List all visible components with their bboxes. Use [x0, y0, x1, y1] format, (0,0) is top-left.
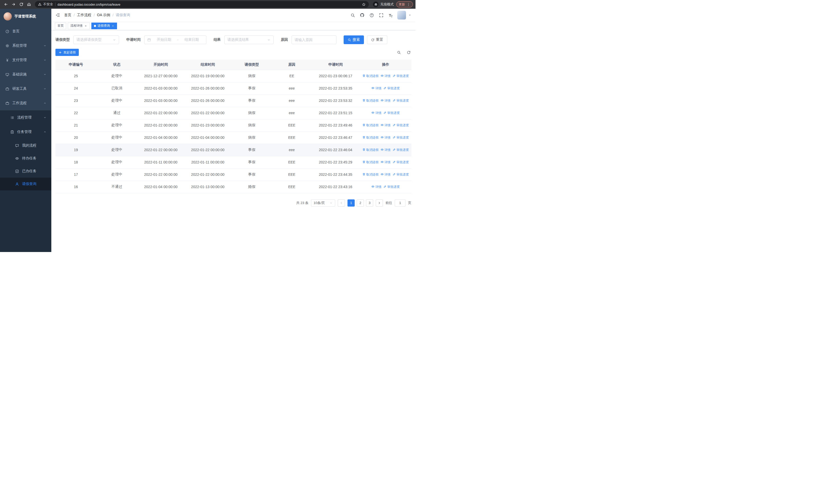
leave-type-select[interactable]: 请选择请假类型 [74, 35, 119, 44]
column-header: 开始时间 [137, 60, 184, 70]
url-text[interactable]: dashboard.yudao.iocoder.cn/bpm/oa/leave [57, 3, 360, 6]
sidebar-item-system-management[interactable]: 系统管理 [0, 38, 51, 53]
action-approval-progress[interactable]: 审批进度 [393, 98, 409, 103]
action-cancel-leave[interactable]: 取消请假 [362, 74, 378, 78]
action-cancel-leave[interactable]: 取消请假 [362, 123, 378, 127]
page-button-3[interactable]: 3 [366, 199, 373, 207]
tab-home[interactable]: 首页 [55, 23, 66, 29]
help-icon[interactable] [369, 12, 374, 18]
action-approval-progress[interactable]: 审批进度 [393, 74, 409, 78]
result-select[interactable]: 请选择流结果 [224, 35, 274, 44]
sidebar-item-payment-management[interactable]: 支付管理 [0, 53, 51, 67]
page-button-2[interactable]: 2 [357, 199, 364, 207]
action-approval-progress[interactable]: 审批进度 [383, 111, 400, 115]
breadcrumb-item: 请假查询 [116, 13, 130, 18]
browser-update-chip[interactable]: 更新 ⋮ [396, 1, 413, 7]
page-size-select[interactable]: 10条/页 [311, 199, 335, 207]
action-approval-progress[interactable]: 审批进度 [383, 185, 400, 189]
cell-id: 16 [55, 181, 96, 193]
cell-id: 23 [55, 94, 96, 107]
next-page-button[interactable] [376, 199, 383, 207]
cell-status: 处理中 [96, 156, 138, 168]
date-start-placeholder[interactable]: 开始日期 [152, 37, 176, 42]
chevron-down-icon [44, 73, 47, 76]
sidebar-item-workflow[interactable]: 工作流程 [0, 96, 51, 110]
action-cancel-leave[interactable]: 取消请假 [362, 160, 378, 165]
page-button-1[interactable]: 1 [347, 199, 355, 207]
sidebar-item-home[interactable]: 首页 [0, 24, 51, 38]
font-size-icon[interactable]: TT [388, 12, 394, 18]
toggle-search-icon[interactable] [396, 50, 402, 55]
address-bar[interactable]: 不安全 dashboard.yudao.iocoder.cn/bpm/oa/le… [35, 1, 369, 8]
sidebar-item-infrastructure[interactable]: 基础设施 [0, 67, 51, 82]
sidebar-item-my-process[interactable]: 我的流程 [0, 139, 51, 152]
action-detail[interactable]: 详情 [381, 98, 391, 103]
action-detail[interactable]: 详情 [381, 148, 391, 152]
breadcrumb-item[interactable]: 首页 [64, 13, 71, 18]
action-detail[interactable]: 详情 [381, 173, 391, 177]
action-cancel-leave[interactable]: 取消请假 [362, 173, 378, 177]
action-approval-progress[interactable]: 审批进度 [393, 148, 409, 152]
breadcrumb-item[interactable]: 工作流程 [77, 13, 91, 18]
eye-icon [381, 173, 384, 177]
result-label: 结果 [213, 37, 221, 42]
create-leave-label: 发起请假 [63, 50, 76, 55]
action-approval-progress[interactable]: 审批进度 [393, 136, 409, 140]
cell-reason: eee [272, 107, 312, 119]
sidebar-item-leave-query[interactable]: 请假查询 [0, 178, 51, 190]
tab-process-detail[interactable]: 流程详情 [68, 23, 90, 29]
action-detail[interactable]: 详情 [371, 111, 381, 115]
sidebar-item-process-management[interactable]: 流程管理 [0, 110, 51, 125]
date-range-picker[interactable]: 开始日期 - 结束日期 [144, 35, 206, 44]
search-button[interactable]: 搜索 [344, 35, 364, 44]
app-logo-row[interactable]: 芋道管理系统 [0, 9, 51, 24]
action-detail[interactable]: 详情 [371, 86, 381, 91]
sidebar-item-todo-tasks[interactable]: 待办任务 [0, 152, 51, 165]
browser-reload-icon[interactable] [18, 1, 25, 8]
browser-home-icon[interactable] [26, 1, 32, 8]
action-detail[interactable]: 详情 [381, 74, 391, 78]
action-detail[interactable]: 详情 [381, 123, 391, 127]
sidebar-item-dev-tools[interactable]: 研发工具 [0, 82, 51, 96]
security-status[interactable]: 不安全 [38, 2, 53, 7]
leave-table: 申请编号状态开始时间结束时间请假类型原因申请时间操作 25处理中2021-12-… [55, 60, 411, 193]
briefcase-icon [5, 87, 9, 91]
avatar[interactable] [397, 11, 406, 20]
github-icon[interactable] [359, 12, 365, 18]
bookmark-star-icon[interactable] [362, 3, 366, 6]
fullscreen-icon[interactable] [378, 12, 384, 18]
reason-input[interactable] [291, 35, 337, 44]
browser-forward-icon[interactable] [10, 1, 17, 8]
goto-page-input[interactable] [395, 199, 405, 207]
action-detail[interactable]: 详情 [381, 160, 391, 165]
prev-page-button[interactable] [338, 199, 345, 207]
cell-start: 2022-01-22 00:00:00 [137, 144, 184, 156]
chevron-down-icon[interactable] [408, 13, 411, 17]
sidebar-fold-icon[interactable] [55, 13, 60, 18]
close-icon[interactable] [111, 24, 114, 27]
refresh-icon[interactable] [406, 50, 411, 55]
action-cancel-leave[interactable]: 取消请假 [362, 136, 378, 140]
action-approval-progress[interactable]: 审批进度 [393, 160, 409, 165]
action-detail[interactable]: 详情 [381, 136, 391, 140]
close-icon[interactable] [84, 24, 87, 27]
kebab-menu-icon[interactable]: ⋮ [407, 2, 410, 6]
cell-actions: 详情审批进度 [360, 181, 411, 193]
browser-back-icon[interactable] [3, 1, 9, 8]
action-cancel-leave[interactable]: 取消请假 [362, 98, 378, 103]
cell-status: 处理中 [96, 168, 138, 181]
reset-button[interactable]: 重置 [367, 35, 387, 44]
cell-applied: 2022-01-22 23:46:04 [311, 144, 360, 156]
action-cancel-leave[interactable]: 取消请假 [362, 148, 378, 152]
action-approval-progress[interactable]: 审批进度 [393, 173, 409, 177]
sidebar-item-task-management[interactable]: 任务管理 [0, 125, 51, 139]
search-icon[interactable] [350, 12, 355, 18]
sidebar-item-done-tasks[interactable]: 已办任务 [0, 165, 51, 178]
breadcrumb-item[interactable]: OA 示例 [97, 13, 110, 18]
create-leave-button[interactable]: 发起请假 [55, 49, 79, 56]
tab-leave-query[interactable]: 请假查询 [91, 23, 117, 29]
action-approval-progress[interactable]: 审批进度 [383, 86, 400, 91]
action-detail[interactable]: 详情 [371, 185, 381, 189]
date-end-placeholder[interactable]: 结束日期 [180, 37, 203, 42]
action-approval-progress[interactable]: 审批进度 [393, 123, 409, 127]
